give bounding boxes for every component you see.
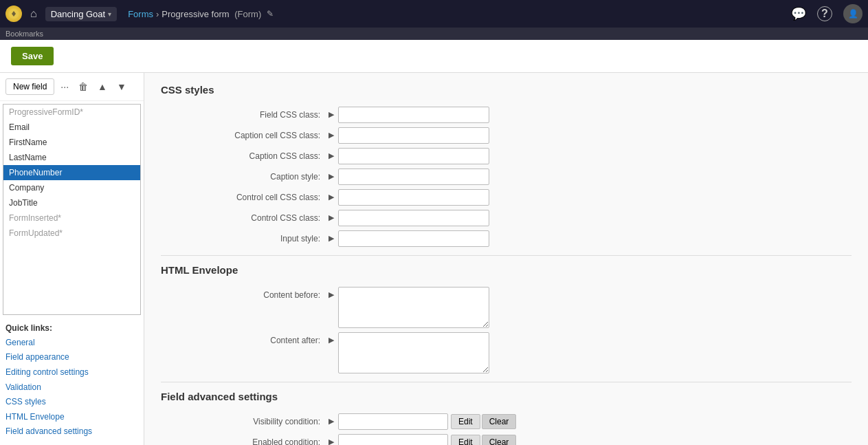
quick-link-item[interactable]: General [5,336,138,351]
caption-css-class-label: Caption CSS class: [161,148,326,161]
control-css-class-input[interactable] [338,210,489,226]
enabled-edit-button[interactable]: Edit [451,435,480,445]
field-list-item[interactable]: FirstName [3,135,140,150]
main-layout: New field ··· 🗑 ▲ ▼ ProgressiveFormID*Em… [0,73,868,445]
field-list-item[interactable]: Company [3,180,140,195]
quick-links: Quick links: GeneralField appearanceEdit… [0,318,144,445]
site-arrow: ▾ [108,10,111,18]
quick-link-item[interactable]: CSS styles [5,395,138,410]
css-styles-title: CSS styles [161,84,852,98]
control-cell-css-class-input[interactable] [338,189,489,206]
enabled-condition-expand[interactable]: ▶ [326,434,337,445]
top-bar-right: 💬 ? 👤 [791,4,863,23]
chat-icon[interactable]: 💬 [791,6,806,21]
caption-style-expand[interactable]: ▶ [326,169,337,181]
app-logo[interactable] [5,6,22,22]
breadcrumb-sep: › [156,9,159,19]
content-after-input[interactable] [338,332,489,373]
enabled-condition-input[interactable] [338,434,448,445]
visibility-condition-expand[interactable]: ▶ [326,413,337,426]
visibility-edit-button[interactable]: Edit [451,414,480,429]
control-cell-css-class-label: Control cell CSS class: [161,189,326,202]
html-envelope-title: HTML Envelope [161,264,852,279]
delete-field-button[interactable]: 🗑 [75,79,91,94]
visibility-condition-row: Visibility condition: ▶ Edit Clear [161,413,852,430]
input-style-row: Input style:▶ [161,230,852,247]
field-css-class-expand[interactable]: ▶ [326,107,337,119]
content-before-row: Content before: ▶ [161,287,852,328]
caption-css-class-expand[interactable]: ▶ [326,148,337,160]
top-bar: ⌂ Dancing Goat ▾ Forms › Progressive for… [0,0,868,28]
quick-link-item[interactable]: Field advanced settings [5,424,138,439]
visibility-condition-label: Visibility condition: [161,413,326,426]
enabled-condition-controls: Edit Clear [338,434,516,445]
enabled-condition-row: Enabled condition: ▶ Edit Clear [161,434,852,445]
breadcrumb-page: Progressive form (Form) [162,9,261,19]
field-list-item[interactable]: JobTitle [3,195,140,210]
content-after-row: Content after: ▶ [161,332,852,373]
enabled-condition-label: Enabled condition: [161,434,326,445]
field-css-class-label: Field CSS class: [161,107,326,120]
caption-css-class-row: Caption CSS class:▶ [161,148,852,164]
control-cell-css-class-row: Control cell CSS class:▶ [161,189,852,206]
site-selector[interactable]: Dancing Goat ▾ [45,7,118,21]
input-style-label: Input style: [161,230,326,243]
caption-style-label: Caption style: [161,169,326,182]
field-list-item[interactable]: ProgressiveFormID* [3,105,140,120]
quick-links-title: Quick links: [5,323,138,333]
input-style-expand[interactable]: ▶ [326,230,337,243]
action-bar: Save [0,40,868,73]
input-style-input[interactable] [338,230,489,247]
forms-link[interactable]: Forms [128,9,153,19]
caption-css-class-input[interactable] [338,148,489,164]
caption-style-row: Caption style:▶ [161,169,852,185]
caption-cell-css-class-label: Caption cell CSS class: [161,127,326,140]
quick-link-item[interactable]: HTML Envelope [5,410,138,425]
more-options-button[interactable]: ··· [57,79,72,94]
content-before-label: Content before: [161,287,326,300]
control-cell-css-class-expand[interactable]: ▶ [326,189,337,202]
field-advanced-settings-title: Field advanced settings [161,391,852,405]
quick-link-item[interactable]: Editing control settings [5,365,138,380]
save-button[interactable]: Save [11,47,54,65]
caption-cell-css-class-input[interactable] [338,127,489,144]
caption-cell-css-class-row: Caption cell CSS class:▶ [161,127,852,144]
caption-style-input[interactable] [338,169,489,185]
user-avatar[interactable]: 👤 [843,4,863,23]
quick-link-item[interactable]: Field appearance [5,350,138,365]
bookmarks-label: Bookmarks [5,30,43,38]
sidebar-toolbar: New field ··· 🗑 ▲ ▼ [0,73,144,101]
content-after-label: Content after: [161,332,326,345]
move-down-button[interactable]: ▼ [113,79,130,94]
content-before-expand[interactable]: ▶ [326,287,337,299]
field-list-item[interactable]: FormInserted* [3,210,140,226]
move-up-button[interactable]: ▲ [94,79,111,94]
field-list-item[interactable]: PhoneNumber [3,165,140,180]
content-area: CSS styles Field CSS class:▶Caption cell… [144,73,868,445]
enabled-clear-button[interactable]: Clear [482,435,517,445]
control-css-class-row: Control CSS class:▶ [161,210,852,226]
breadcrumb: Forms › Progressive form (Form) ✎ [128,9,274,19]
field-css-class-row: Field CSS class:▶ [161,107,852,123]
field-css-class-input[interactable] [338,107,489,123]
site-name: Dancing Goat [51,9,106,19]
quick-link-item[interactable]: Validation [5,380,138,395]
visibility-clear-button[interactable]: Clear [482,414,517,429]
breadcrumb-edit-icon[interactable]: ✎ [267,9,274,19]
new-field-button[interactable]: New field [5,78,54,95]
help-icon[interactable]: ? [817,6,832,21]
content-after-expand[interactable]: ▶ [326,332,337,345]
visibility-condition-controls: Edit Clear [338,413,516,430]
field-list-item[interactable]: LastName [3,150,140,165]
bookmarks-bar: Bookmarks [0,28,868,40]
control-css-class-label: Control CSS class: [161,210,326,223]
caption-cell-css-class-expand[interactable]: ▶ [326,127,337,140]
field-list-item[interactable]: Email [3,120,140,135]
visibility-condition-input[interactable] [338,413,448,430]
field-list-item[interactable]: FormUpdated* [3,226,140,241]
home-icon[interactable]: ⌂ [27,5,40,23]
sidebar: New field ··· 🗑 ▲ ▼ ProgressiveFormID*Em… [0,73,144,445]
content-before-input[interactable] [338,287,489,328]
field-list: ProgressiveFormID*EmailFirstNameLastName… [3,104,141,315]
control-css-class-expand[interactable]: ▶ [326,210,337,222]
